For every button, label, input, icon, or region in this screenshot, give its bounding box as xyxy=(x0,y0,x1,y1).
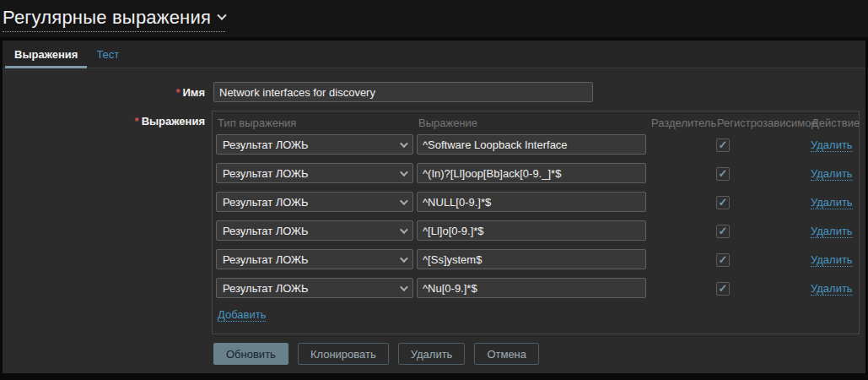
delete-row-link[interactable]: Удалить xyxy=(811,253,853,267)
expression-type-select[interactable]: Результат ЛОЖЬ xyxy=(216,163,413,183)
cancel-button[interactable]: Отмена xyxy=(474,343,539,365)
name-row: *Имя xyxy=(3,82,865,102)
page-title-dropdown[interactable]: Регулярные выражения xyxy=(3,7,225,32)
tab-expressions-label: Выражения xyxy=(14,48,78,61)
expressions-form: *Имя *Выражения Тип выражения Выражение … xyxy=(3,68,865,365)
expression-type-select[interactable]: Результат ЛОЖЬ xyxy=(216,134,413,155)
expression-row: Результат ЛОЖЬ ✓ xyxy=(216,278,854,298)
add-expression-link[interactable]: Добавить xyxy=(218,308,266,322)
tab-expressions[interactable]: Выражения xyxy=(5,41,87,68)
expression-input[interactable] xyxy=(417,134,646,155)
expression-row: Результат ЛОЖЬ ✓ xyxy=(216,192,854,212)
form-buttons: Обновить Клонировать Удалить Отмена xyxy=(213,343,865,365)
tab-bar: Выражения Тест xyxy=(3,41,865,68)
expression-input[interactable] xyxy=(417,192,646,212)
expressions-row: *Выражения Тип выражения Выражение Разде… xyxy=(3,111,865,334)
expression-input[interactable] xyxy=(417,278,646,298)
expression-type-select[interactable]: Результат ЛОЖЬ xyxy=(216,192,413,212)
required-asterisk: * xyxy=(135,115,139,128)
expressions-table: Тип выражения Выражение Разделитель Реги… xyxy=(212,111,860,334)
case-sensitive-checkbox[interactable]: ✓ xyxy=(716,138,730,152)
delete-row-link[interactable]: Удалить xyxy=(811,196,853,209)
chevron-down-icon xyxy=(400,225,408,234)
header-delimiter: Разделитель xyxy=(650,117,715,129)
expression-type-value: Результат ЛОЖЬ xyxy=(223,253,309,266)
header-expression: Выражение xyxy=(417,117,650,129)
header-type: Тип выражения xyxy=(216,117,417,129)
name-label: *Имя xyxy=(3,82,205,99)
case-sensitive-checkbox[interactable]: ✓ xyxy=(716,253,730,267)
page-header: Регулярные выражения xyxy=(0,0,868,37)
expression-row: Результат ЛОЖЬ ✓ xyxy=(216,249,854,269)
name-input[interactable] xyxy=(213,82,593,102)
expression-row: Результат ЛОЖЬ ✓ xyxy=(216,220,854,241)
required-asterisk: * xyxy=(175,86,180,99)
expression-type-select[interactable]: Результат ЛОЖЬ xyxy=(216,249,413,269)
header-case-sensitive: Регистрозависимое xyxy=(715,117,810,129)
regex-form-panel: Выражения Тест *Имя *Выражения Тип выраж… xyxy=(3,41,865,373)
expression-input[interactable] xyxy=(417,163,646,183)
case-sensitive-checkbox[interactable]: ✓ xyxy=(716,225,730,238)
expression-input[interactable] xyxy=(417,249,646,269)
expressions-table-header: Тип выражения Выражение Разделитель Реги… xyxy=(216,117,854,129)
clone-button[interactable]: Клонировать xyxy=(298,343,389,365)
expression-type-select[interactable]: Результат ЛОЖЬ xyxy=(216,278,413,298)
delete-row-link[interactable]: Удалить xyxy=(811,225,853,238)
expression-type-value: Результат ЛОЖЬ xyxy=(223,196,309,209)
delete-row-link[interactable]: Удалить xyxy=(811,167,853,181)
tab-test-label: Тест xyxy=(96,48,119,61)
expression-type-select[interactable]: Результат ЛОЖЬ xyxy=(216,220,413,241)
chevron-down-icon xyxy=(400,139,408,148)
delete-row-link[interactable]: Удалить xyxy=(811,282,853,296)
expression-row: Результат ЛОЖЬ ✓ xyxy=(216,134,854,155)
case-sensitive-checkbox[interactable]: ✓ xyxy=(716,196,730,209)
chevron-down-icon xyxy=(217,11,226,20)
expression-type-value: Результат ЛОЖЬ xyxy=(223,282,309,295)
header-action: Действие xyxy=(810,117,860,129)
chevron-down-icon xyxy=(400,254,408,263)
expression-type-value: Результат ЛОЖЬ xyxy=(223,225,309,237)
expressions-label: *Выражения xyxy=(3,111,205,128)
update-button[interactable]: Обновить xyxy=(213,343,288,365)
case-sensitive-checkbox[interactable]: ✓ xyxy=(716,167,730,181)
expression-row: Результат ЛОЖЬ ✓ xyxy=(216,163,854,183)
chevron-down-icon xyxy=(400,283,408,291)
chevron-down-icon xyxy=(400,168,408,176)
content-area: Выражения Тест *Имя *Выражения Тип выраж… xyxy=(0,37,868,380)
delete-button[interactable]: Удалить xyxy=(398,343,466,365)
tab-test[interactable]: Тест xyxy=(87,41,128,68)
expression-type-value: Результат ЛОЖЬ xyxy=(223,138,309,151)
chevron-down-icon xyxy=(400,197,408,205)
delete-row-link[interactable]: Удалить xyxy=(811,138,853,152)
page-title: Регулярные выражения xyxy=(3,7,211,29)
case-sensitive-checkbox[interactable]: ✓ xyxy=(716,282,730,296)
expression-input[interactable] xyxy=(417,220,646,241)
expressions-rows: Результат ЛОЖЬ ✓ xyxy=(216,134,854,298)
expression-type-value: Результат ЛОЖЬ xyxy=(223,167,309,180)
